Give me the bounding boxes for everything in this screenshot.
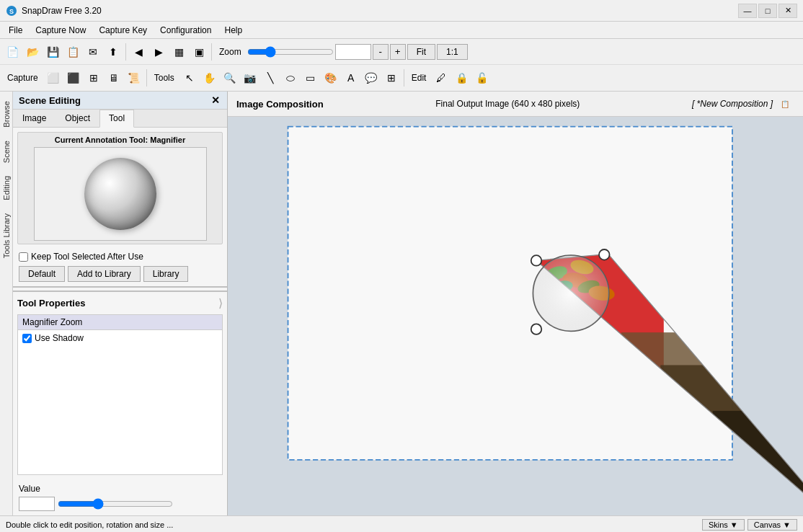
use-shadow-label: Use Shadow [35, 333, 84, 343]
text-tool-button[interactable]: A [342, 68, 360, 87]
back-button[interactable]: ◀ [129, 43, 148, 61]
svg-text:S: S [9, 8, 14, 15]
use-shadow-checkbox[interactable] [22, 334, 32, 343]
view1-button[interactable]: ▦ [169, 43, 188, 61]
copy-button[interactable]: 📋 [63, 43, 82, 61]
maximize-button[interactable]: □ [758, 4, 777, 18]
pattern-tool-button[interactable]: ⊞ [382, 68, 401, 87]
canvas-svg [228, 117, 803, 515]
annotation-tool-label: Current Annotation Tool: Magnifier [21, 136, 219, 144]
canvas-content[interactable] [228, 117, 803, 515]
menu-capture-now[interactable]: Capture Now [30, 22, 92, 38]
annotation-tool-section: Current Annotation Tool: Magnifier [17, 132, 223, 244]
status-message: Double click to edit position, rotation … [6, 520, 173, 529]
canvas-header: Final Output Image (640 x 480 pixels) [435, 99, 580, 109]
svg-point-24 [599, 249, 610, 260]
value-controls: 200 % [19, 497, 221, 511]
select-tool-button[interactable]: ↖ [180, 68, 199, 87]
menubar: File Capture Now Capture Key Configurati… [0, 22, 803, 39]
menu-configuration[interactable]: Configuration [154, 22, 217, 38]
scene-panel-close[interactable]: ✕ [210, 94, 221, 106]
capture-scroll-button[interactable]: 📜 [125, 68, 143, 87]
left-sidebar: Browse Scene Editing Tools Library [0, 92, 13, 515]
zoom-plus-button[interactable]: + [390, 44, 406, 60]
magnifier-zoom-header: Magnifier Zoom [18, 315, 222, 330]
open-button[interactable]: 📂 [23, 43, 42, 61]
save-button[interactable]: 💾 [43, 43, 62, 61]
capture-win-button[interactable]: ⬛ [64, 68, 83, 87]
window-controls: — □ ✕ [738, 4, 797, 18]
minimize-button[interactable]: — [738, 4, 757, 18]
tab-tool[interactable]: Tool [99, 110, 134, 128]
sep3 [146, 69, 147, 87]
up-button[interactable]: ⬆ [104, 43, 123, 61]
color-tool-button[interactable]: 🎨 [321, 68, 340, 87]
sidebar-tab-browse[interactable]: Browse [0, 94, 13, 134]
menu-capture-key[interactable]: Capture Key [93, 22, 153, 38]
rect-tool-button[interactable]: ▭ [301, 68, 320, 87]
svg-rect-2 [288, 127, 732, 460]
value-input[interactable]: 200 % [19, 497, 55, 511]
default-button[interactable]: Default [19, 266, 65, 282]
screen-tool-button[interactable]: 📷 [241, 68, 259, 87]
titlebar: S SnapDraw Free 3.20 — □ ✕ [0, 0, 803, 22]
close-button[interactable]: ✕ [778, 4, 797, 18]
ellipse-tool-button[interactable]: ⬭ [281, 68, 300, 87]
value-slider[interactable] [58, 498, 173, 510]
menu-help[interactable]: Help [218, 22, 248, 38]
zoom-tool-button[interactable]: 🔍 [221, 68, 239, 87]
skins-button[interactable]: Skins ▼ [702, 519, 745, 531]
app-title: S SnapDraw Free 3.20 [6, 5, 102, 17]
capture-region-button[interactable]: ⊞ [84, 68, 103, 87]
edit-label: Edit [407, 73, 431, 83]
svg-point-25 [531, 324, 542, 334]
tool-properties-section: Tool Properties ⟩ Magnifier Zoom Use Sha… [13, 291, 227, 479]
sep1 [125, 43, 126, 61]
new-button[interactable]: 📄 [3, 43, 22, 61]
zoom-minus-button[interactable]: - [373, 44, 389, 60]
zoom-input[interactable]: 100 % [335, 44, 371, 60]
scene-panel-header: Scene Editing ✕ [13, 92, 227, 110]
forward-button[interactable]: ▶ [149, 43, 168, 61]
edit-btn3[interactable]: 🔓 [472, 68, 491, 87]
callout-tool-button[interactable]: 💬 [362, 68, 381, 87]
pan-tool-button[interactable]: ✋ [200, 68, 219, 87]
canvas-button[interactable]: Canvas ▼ [747, 519, 797, 531]
menu-file[interactable]: File [3, 22, 28, 38]
sidebar-tab-scene[interactable]: Scene [0, 134, 13, 169]
main-area: Browse Scene Editing Tools Library Scene… [0, 92, 803, 515]
add-to-library-button[interactable]: Add to Library [68, 266, 141, 282]
magnifier-preview [34, 147, 207, 241]
canvas-area: Image Composition Final Output Image (64… [228, 92, 803, 515]
capture-fullscreen-button[interactable]: 🖥 [105, 68, 123, 87]
tab-image[interactable]: Image [13, 110, 56, 127]
tab-object[interactable]: Object [56, 110, 99, 127]
statusbar: Double click to edit position, rotation … [0, 515, 803, 532]
email-button[interactable]: ✉ [84, 43, 102, 61]
zoom-label: Zoom [215, 47, 246, 57]
value-label: Value [19, 484, 221, 494]
zoom-slider[interactable] [247, 45, 334, 59]
svg-point-23 [531, 255, 542, 266]
toolbar-area: 📄 📂 💾 📋 ✉ ⬆ ◀ ▶ ▦ ▣ Zoom 100 % - + Fit 1… [0, 39, 803, 92]
keep-selected-checkbox[interactable] [19, 252, 28, 262]
edit-btn1[interactable]: 🖊 [432, 68, 451, 87]
zoom-1to1-button[interactable]: 1:1 [437, 44, 468, 60]
image-composition-label: Image Composition [236, 99, 324, 110]
tool-props-table: Magnifier Zoom Use Shadow [17, 314, 223, 475]
sidebar-tab-tools-library[interactable]: Tools Library [0, 207, 13, 265]
capture-rect-button[interactable]: ⬜ [44, 68, 63, 87]
line-tool-button[interactable]: ╲ [261, 68, 280, 87]
zoom-fit-button[interactable]: Fit [407, 44, 435, 60]
view2-button[interactable]: ▣ [190, 43, 208, 61]
library-button[interactable]: Library [143, 266, 189, 282]
use-shadow-row: Use Shadow [18, 330, 222, 346]
scene-editing-panel: Scene Editing ✕ Image Object Tool Curren… [13, 92, 228, 515]
capture-label: Capture [3, 73, 43, 83]
title-text: SnapDraw Free 3.20 [22, 6, 102, 16]
edit-btn2[interactable]: 🔒 [452, 68, 471, 87]
sidebar-tab-editing[interactable]: Editing [0, 169, 13, 207]
statusbar-buttons: Skins ▼ Canvas ▼ [702, 519, 797, 531]
sep4 [404, 69, 404, 87]
composition-menu-button[interactable]: 📋 [776, 94, 794, 113]
